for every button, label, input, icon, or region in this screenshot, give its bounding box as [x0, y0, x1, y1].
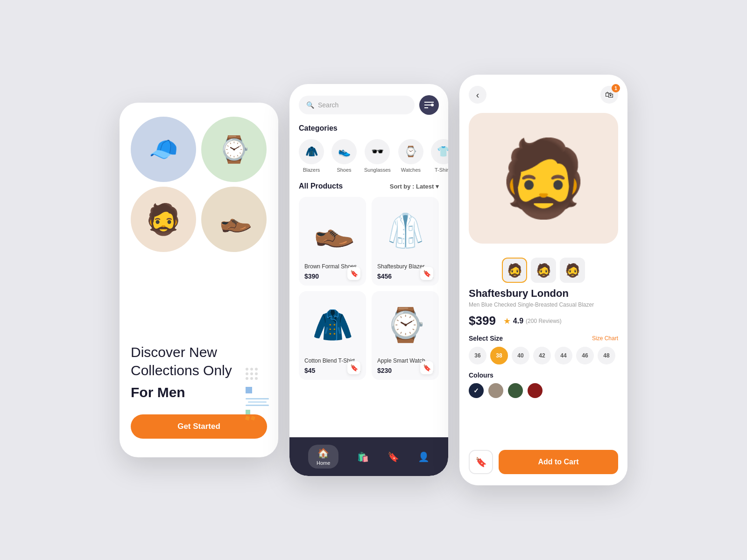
- tshirts-label: T-Shirts: [435, 167, 448, 173]
- size-chart-link[interactable]: Size Chart: [592, 335, 618, 342]
- svg-point-3: [431, 104, 434, 106]
- shoes-product-icon: 👞: [309, 208, 356, 253]
- cart-badge: 1: [612, 84, 620, 92]
- all-products-title: All Products: [299, 182, 343, 190]
- phones-container: 🧢 ⌚ 🧔 👞 Discover New Collections Only Fo…: [120, 75, 627, 485]
- product-list-content: 🔍 Search Categories 🧥 Blazers: [289, 84, 448, 437]
- person-circle: 🧔: [131, 187, 196, 252]
- blazer-hero-icon: 🧔: [497, 141, 590, 216]
- product-card-tshirt[interactable]: 🧥 Cotton Blend T-Shirt $45 ★ 4.3 🔖: [299, 291, 366, 380]
- chevron-down-icon: ▾: [436, 183, 439, 190]
- filter-icon: [424, 101, 434, 109]
- product-grid: 🧢 ⌚ 🧔 👞: [131, 117, 267, 252]
- bookmark-button-blazer[interactable]: 🔖: [420, 267, 433, 280]
- phone-product-list: 🔍 Search Categories 🧥 Blazers: [289, 84, 448, 476]
- colour-forest[interactable]: [508, 383, 523, 398]
- product-brand: Shaftesbury London: [469, 287, 618, 300]
- thumb-dark[interactable]: 🧔: [531, 258, 556, 283]
- category-tshirts[interactable]: 👕 T-Shirts: [431, 139, 448, 173]
- product-price-tshirt: $45: [304, 367, 315, 374]
- shoes-icon: 👞: [214, 201, 253, 238]
- product-card-shoes[interactable]: 👞 Brown Formal Shoes $390 ★ 4.7 🔖: [299, 197, 366, 286]
- products-grid: 👞 Brown Formal Shoes $390 ★ 4.7 🔖: [299, 197, 439, 380]
- product-card-blazer[interactable]: 🥼 Shaftesbury Blazer $456 ★ 4.2 🔖: [372, 197, 439, 286]
- size-36[interactable]: 36: [469, 347, 486, 364]
- size-42[interactable]: 42: [533, 347, 551, 364]
- size-44[interactable]: 44: [555, 347, 572, 364]
- nav-home[interactable]: 🏠 Home: [308, 445, 338, 469]
- dot: [246, 368, 248, 371]
- sort-value: Latest: [416, 183, 434, 190]
- headline-text: Discover New Collections Only: [131, 344, 232, 378]
- product-image-watch: ⌚: [377, 297, 433, 353]
- blazers-icon: 🧥: [299, 139, 324, 164]
- nav-profile[interactable]: 👤: [418, 451, 430, 462]
- shoes-icon: 👟: [331, 139, 357, 164]
- size-46[interactable]: 46: [576, 347, 594, 364]
- dot: [255, 377, 258, 380]
- search-input-wrap[interactable]: 🔍 Search: [299, 96, 415, 114]
- home-label: Home: [317, 460, 330, 466]
- bookmark-button-tshirt[interactable]: 🔖: [347, 361, 360, 374]
- colours-row: [469, 383, 618, 398]
- dot: [250, 372, 253, 375]
- colour-taupe[interactable]: [488, 383, 503, 398]
- size-header: Select Size Size Chart: [469, 335, 618, 342]
- back-button[interactable]: ‹: [469, 86, 486, 104]
- sunglasses-icon: 🕶️: [365, 139, 390, 164]
- category-shoes[interactable]: 👟 Shoes: [331, 139, 357, 173]
- price-row: $399 ★ 4.9 (200 Reviews): [469, 314, 618, 328]
- home-icon: 🏠: [317, 448, 329, 459]
- size-38[interactable]: 38: [490, 347, 508, 364]
- hero-person-image: 🧔: [497, 115, 590, 241]
- dot: [246, 372, 248, 375]
- back-icon: ‹: [476, 90, 479, 100]
- wave-line: [246, 398, 269, 399]
- reviews-link[interactable]: (200 Reviews): [526, 318, 562, 324]
- category-sunglasses[interactable]: 🕶️ Sunglasses: [364, 139, 391, 173]
- colour-navy[interactable]: [469, 383, 484, 398]
- person-icon: 🧔: [145, 202, 182, 237]
- decorative-elements: [246, 368, 269, 420]
- thumb-check-icon: 🧔: [564, 263, 581, 278]
- size-48[interactable]: 48: [598, 347, 615, 364]
- deco-diamond: [251, 416, 255, 420]
- nav-bookmark[interactable]: 🔖: [388, 451, 399, 462]
- tshirts-icon: 👕: [431, 139, 448, 164]
- bookmark-button-shoes[interactable]: 🔖: [347, 267, 360, 280]
- thumb-navy-icon: 🧔: [507, 263, 523, 278]
- sizes-row: 36 38 40 42 44 46 48: [469, 347, 618, 364]
- add-to-cart-button[interactable]: Add to Cart: [499, 450, 618, 474]
- wave-line: [248, 401, 267, 403]
- product-card-watch[interactable]: ⌚ Apple Smart Watch $230 ★ 5.0 🔖: [372, 291, 439, 380]
- category-watches[interactable]: ⌚ Watches: [398, 139, 423, 173]
- thumb-check[interactable]: 🧔: [560, 258, 585, 283]
- colours-section: Colours: [469, 371, 618, 398]
- watch-image: ⌚: [211, 126, 257, 173]
- size-40[interactable]: 40: [512, 347, 529, 364]
- shoes-label: Shoes: [337, 167, 351, 173]
- deco-diamond: [245, 416, 250, 420]
- sunglasses-label: Sunglasses: [364, 167, 391, 173]
- filter-button[interactable]: [419, 95, 439, 115]
- action-row: 🔖 Add to Cart: [459, 450, 627, 485]
- nav-cart[interactable]: 🛍️: [357, 451, 369, 462]
- product-price-shoes: $390: [304, 273, 319, 280]
- watches-label: Watches: [401, 167, 421, 173]
- sort-label: Sort by :: [390, 183, 415, 190]
- color-thumbnails: 🧔 🧔 🧔: [469, 258, 618, 283]
- phone-landing: 🧢 ⌚ 🧔 👞 Discover New Collections Only Fo…: [120, 103, 278, 457]
- product-image-shoes: 👞: [304, 203, 360, 259]
- category-blazers[interactable]: 🧥 Blazers: [299, 139, 324, 173]
- star-icon: ★: [503, 316, 511, 326]
- thumb-navy[interactable]: 🧔: [502, 258, 527, 283]
- wave-line: [246, 405, 269, 406]
- colour-maroon[interactable]: [528, 383, 543, 398]
- bookmark-nav-icon: 🔖: [388, 451, 399, 462]
- dot: [250, 368, 253, 371]
- bottom-nav: 🏠 Home 🛍️ 🔖 👤: [289, 437, 448, 476]
- all-products-header: All Products Sort by : Latest ▾: [299, 182, 439, 190]
- bookmark-button-watch[interactable]: 🔖: [420, 361, 433, 374]
- save-button[interactable]: 🔖: [469, 450, 493, 474]
- sort-by[interactable]: Sort by : Latest ▾: [390, 183, 439, 190]
